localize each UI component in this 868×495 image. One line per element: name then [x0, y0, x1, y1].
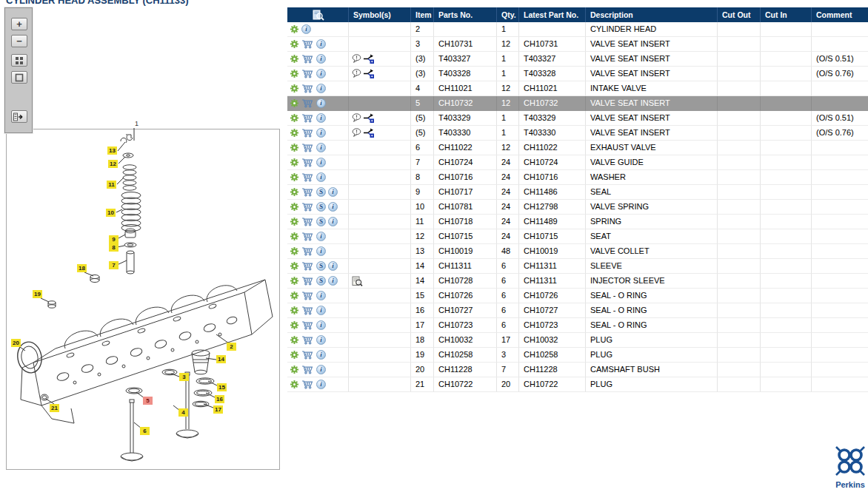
callout-label-19[interactable]: 19 — [33, 290, 42, 298]
callout-label-21[interactable]: 21 — [50, 404, 59, 412]
add-to-cart-icon[interactable] — [301, 380, 314, 389]
info-icon[interactable]: i — [316, 246, 326, 256]
info-icon[interactable]: i — [301, 24, 311, 34]
add-to-cart-icon[interactable] — [301, 187, 314, 197]
supersession-s-icon[interactable]: S — [316, 187, 326, 197]
info-icon[interactable]: i — [316, 232, 326, 241]
configure-gear-icon[interactable] — [290, 158, 299, 167]
add-to-cart-icon[interactable] — [301, 128, 314, 138]
callout-label-12[interactable]: 12 — [108, 160, 118, 168]
configure-gear-icon[interactable] — [290, 246, 299, 256]
supersession-s-icon[interactable]: S — [316, 276, 326, 286]
info-icon[interactable]: i — [316, 113, 326, 123]
callout-label-15[interactable]: 15 — [217, 383, 227, 391]
table-row[interactable]: i(3)T4033281T403328VALVE SEAT INSERT(O/S… — [287, 67, 868, 81]
table-row[interactable]: i(5)T4033301T403330VALVE SEAT INSERT(O/S… — [287, 126, 868, 141]
fit-view-button[interactable] — [11, 71, 27, 84]
add-to-cart-icon[interactable] — [301, 261, 314, 271]
configure-gear-icon[interactable] — [290, 261, 299, 271]
info-icon[interactable]: i — [328, 202, 338, 212]
info-icon[interactable]: i — [328, 187, 338, 197]
configure-gear-icon[interactable] — [290, 335, 299, 345]
configure-gear-icon[interactable] — [290, 172, 299, 182]
info-icon[interactable]: i — [316, 306, 326, 315]
callout-label-10[interactable]: 10 — [106, 209, 116, 217]
add-to-cart-icon[interactable] — [301, 143, 314, 152]
supersession-s-icon[interactable]: S — [316, 217, 326, 226]
callout-label-11[interactable]: 11 — [107, 181, 116, 189]
info-icon[interactable]: i — [316, 172, 326, 182]
add-to-cart-icon[interactable] — [301, 69, 314, 78]
callout-label-17[interactable]: 17 — [213, 405, 223, 414]
table-row[interactable]: i21CH1072220CH10722PLUG — [287, 377, 868, 392]
add-to-cart-icon[interactable] — [301, 276, 314, 286]
table-row[interactable]: Si10CH1078124CH12798VALVE SPRING — [287, 200, 868, 215]
callout-label-20[interactable]: 20 — [11, 339, 21, 347]
zoom-out-button[interactable]: − — [11, 35, 27, 47]
info-icon[interactable]: i — [316, 98, 326, 108]
configure-gear-icon[interactable] — [290, 276, 299, 286]
callout-label-1[interactable]: 1 — [132, 120, 141, 128]
add-to-cart-icon[interactable] — [301, 232, 314, 241]
table-row[interactable]: i4CH1102112CH11021INTAKE VALVE — [287, 81, 868, 96]
table-row[interactable]: i12CH1071524CH10715SEAT — [287, 229, 868, 244]
table-row[interactable]: i16CH107276CH10727SEAL - O RING — [287, 303, 868, 318]
configure-gear-icon[interactable] — [290, 39, 299, 49]
add-to-cart-icon[interactable] — [301, 158, 314, 167]
configure-gear-icon[interactable] — [290, 380, 299, 389]
configure-gear-icon[interactable] — [290, 24, 299, 34]
info-icon[interactable]: i — [316, 380, 326, 389]
table-row[interactable]: i5CH1073212CH10732VALVE SEAT INSERT — [287, 96, 868, 111]
info-icon[interactable]: i — [328, 276, 338, 286]
configure-gear-icon[interactable] — [290, 291, 299, 300]
configure-gear-icon[interactable] — [290, 217, 299, 226]
configure-gear-icon[interactable] — [290, 202, 299, 212]
zoom-in-button[interactable]: + — [11, 18, 27, 30]
table-row[interactable]: i13CH1001948CH10019VALVE COLLET — [287, 244, 868, 259]
configure-gear-icon[interactable] — [290, 365, 299, 374]
tile-view-button[interactable] — [11, 54, 27, 67]
info-icon[interactable]: i — [316, 128, 326, 138]
configure-gear-icon[interactable] — [290, 187, 299, 197]
info-icon[interactable]: i — [328, 261, 338, 271]
info-icon[interactable]: i — [316, 69, 326, 78]
callout-label-4[interactable]: 4 — [178, 408, 188, 417]
add-to-cart-icon[interactable] — [301, 365, 314, 374]
table-row[interactable]: i8CH1071624CH10716WASHER — [287, 170, 868, 185]
info-icon[interactable]: i — [316, 158, 326, 167]
configure-gear-icon[interactable] — [290, 84, 299, 93]
configure-gear-icon[interactable] — [290, 306, 299, 315]
configure-gear-icon[interactable] — [290, 350, 299, 360]
callout-label-8[interactable]: 8 — [109, 243, 118, 252]
add-to-cart-icon[interactable] — [301, 291, 314, 300]
add-to-cart-icon[interactable] — [301, 350, 314, 360]
add-to-cart-icon[interactable] — [301, 172, 314, 182]
diagram-panel[interactable] — [6, 129, 280, 470]
info-icon[interactable]: i — [316, 335, 326, 345]
table-row[interactable]: i18CH1003217CH10032PLUG — [287, 333, 868, 348]
table-row[interactable]: i19CH102583CH10258PLUG — [287, 348, 868, 363]
callout-label-3[interactable]: 3 — [179, 373, 189, 381]
add-to-cart-icon[interactable] — [301, 306, 314, 315]
configure-gear-icon[interactable] — [290, 98, 299, 108]
table-row[interactable]: i(3)T4033271T403327VALVE SEAT INSERT(O/S… — [287, 52, 868, 67]
configure-gear-icon[interactable] — [290, 54, 299, 64]
add-to-cart-icon[interactable] — [301, 246, 314, 256]
supersession-s-icon[interactable]: S — [316, 202, 326, 212]
callout-label-16[interactable]: 16 — [215, 395, 224, 403]
configure-gear-icon[interactable] — [290, 232, 299, 241]
configure-gear-icon[interactable] — [290, 69, 299, 78]
add-to-cart-icon[interactable] — [301, 335, 314, 345]
add-to-cart-icon[interactable] — [301, 98, 314, 108]
table-row[interactable]: Si11CH1071824CH11489SPRING — [287, 215, 868, 229]
configure-gear-icon[interactable] — [290, 113, 299, 123]
info-icon[interactable]: i — [316, 84, 326, 93]
add-to-cart-icon[interactable] — [301, 39, 314, 49]
table-row[interactable]: Si9CH1071724CH11486SEAL — [287, 185, 868, 200]
configure-gear-icon[interactable] — [290, 143, 299, 152]
supersession-s-icon[interactable]: S — [316, 261, 326, 271]
info-icon[interactable]: i — [316, 54, 326, 64]
add-to-cart-icon[interactable] — [301, 84, 314, 93]
callout-label-14[interactable]: 14 — [216, 355, 226, 363]
table-row[interactable]: i7CH1072424CH10724VALVE GUIDE — [287, 155, 868, 170]
